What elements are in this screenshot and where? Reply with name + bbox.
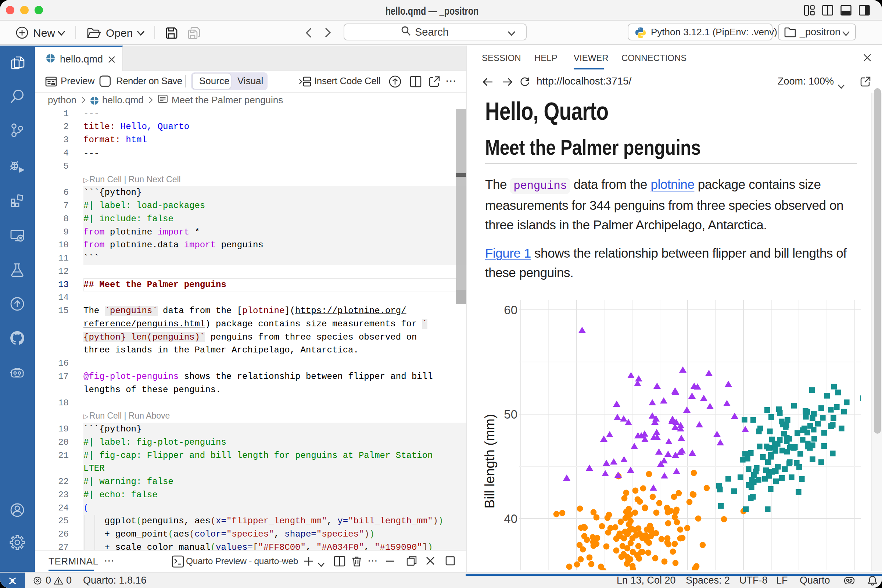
svg-text:50: 50: [504, 408, 518, 421]
svg-text:60: 60: [504, 303, 518, 317]
svg-text:40: 40: [504, 512, 518, 525]
svg-text:Bill length (mm): Bill length (mm): [482, 414, 497, 508]
